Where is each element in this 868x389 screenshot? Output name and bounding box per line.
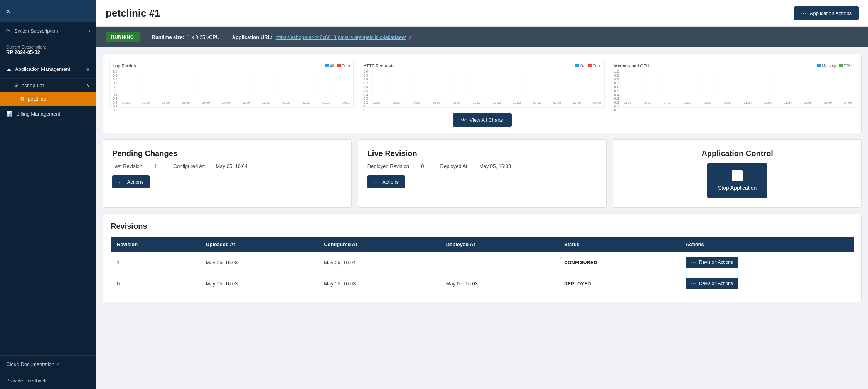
col-actions: Actions bbox=[679, 237, 854, 252]
page-title: petclinic #1 bbox=[106, 7, 160, 19]
row1-deployed-at bbox=[440, 252, 558, 273]
chart-log-entries-legend: All Error bbox=[325, 64, 350, 68]
sidebar-eshop-uat-label: eshop-uat bbox=[22, 82, 44, 88]
current-subscription-label: Current Subscription: bbox=[6, 45, 90, 49]
col-revision: Revision bbox=[111, 237, 200, 252]
sidebar-item-feedback[interactable]: Provide Feedback bbox=[0, 372, 96, 389]
chart-log-entries-title: Log Entries bbox=[113, 64, 136, 68]
pending-changes-title: Pending Changes bbox=[112, 149, 342, 158]
charts-section: Log Entries All Error 1.00.90.80.70.6 0.… bbox=[103, 54, 862, 133]
pending-changes-info: Last Revision: 1 Configured At: May 05, … bbox=[112, 163, 342, 169]
chart-http-legend: Ok Error bbox=[575, 64, 601, 68]
revision-actions-label-2: Revision Actions bbox=[699, 281, 733, 286]
svg-rect-2 bbox=[372, 70, 601, 96]
table-row: 1 May 05, 16:03 May 05, 16:04 CONFIGURED… bbox=[111, 252, 854, 273]
app-actions-button[interactable]: ··· Application Actions bbox=[794, 6, 859, 20]
status-badge: RUNNING bbox=[106, 32, 140, 42]
view-all-charts-button[interactable]: 👁 View All Charts bbox=[453, 113, 511, 127]
col-uploaded-at: Uploaded At bbox=[200, 237, 318, 252]
table-row: 0 May 05, 16:03 May 05, 16:03 May 05, 16… bbox=[111, 273, 854, 294]
pending-changes-card: Pending Changes Last Revision: 1 Configu… bbox=[103, 139, 352, 208]
live-revision-actions-button[interactable]: ··· Actions bbox=[367, 175, 405, 188]
runtime-info: Runtime size: 1 x 0.25 vCPU bbox=[152, 34, 220, 40]
col-status: Status bbox=[558, 237, 679, 252]
chart-log-entries-area: 1.00.90.80.70.6 0.50.40.30.20.10 bbox=[113, 70, 350, 104]
col-configured-at: Configured At bbox=[318, 237, 440, 252]
dots-icon-pending: ··· bbox=[118, 179, 124, 185]
status-badge-deployed: DEPLOYED bbox=[564, 281, 591, 287]
row2-configured-at: May 05, 16:03 bbox=[318, 273, 440, 294]
petclinic-icon: ⚙ bbox=[20, 96, 25, 102]
chart-memory-area: 1.00.90.80.70.6 0.50.40.30.20.10 bbox=[614, 70, 852, 104]
configured-at-label: Configured At: bbox=[174, 163, 207, 169]
chart-http-area: 1.00.90.80.70.6 0.50.40.30.20.10 bbox=[363, 70, 601, 104]
stop-icon bbox=[732, 170, 743, 181]
chart-svg-3 bbox=[624, 70, 852, 99]
runtime-value: 1 x 0.25 vCPU bbox=[187, 34, 220, 40]
chart-memory-cpu: Memory and CPU Memory CPU 1.00.90.80.70.… bbox=[611, 60, 855, 108]
chevron-down-icon-2: ∨ bbox=[86, 82, 90, 88]
cards-row: Pending Changes Last Revision: 1 Configu… bbox=[103, 139, 862, 208]
view-all-label: View All Charts bbox=[469, 117, 503, 123]
revisions-table: Revision Uploaded At Configured At Deplo… bbox=[111, 237, 854, 294]
app-url-link[interactable]: https://eshop-uat-c46c6018.payara.app/pe… bbox=[276, 34, 406, 40]
chart-y-labels: 1.00.90.80.70.6 0.50.40.30.20.10 bbox=[113, 70, 121, 99]
current-subscription: Current Subscription: RP 2024-05-02 bbox=[0, 40, 96, 60]
chart-svg-1 bbox=[122, 70, 350, 99]
charts-grid: Log Entries All Error 1.00.90.80.70.6 0.… bbox=[109, 60, 855, 108]
live-revision-info: Deployed Revision: 0 Deployed At: May 05… bbox=[367, 163, 597, 169]
sidebar-collapse-btn[interactable]: « bbox=[0, 0, 96, 22]
sidebar: « ⟳ Switch Subscription › Current Subscr… bbox=[0, 0, 96, 389]
sidebar-item-cloud-docs[interactable]: Cloud Documentation ↗ bbox=[0, 356, 96, 372]
chart-y-labels-3: 1.00.90.80.70.6 0.50.40.30.20.10 bbox=[614, 70, 623, 99]
chevron-down-icon: ∨ bbox=[86, 65, 90, 73]
chart-x-labels-1: 05:0006:0007:0008:0009:0010:00 11:0012:0… bbox=[122, 101, 350, 104]
row1-revision: 1 bbox=[111, 252, 200, 273]
sidebar-item-app-management[interactable]: ☁ Application Management ∨ bbox=[0, 60, 96, 79]
dots-icon-live: ··· bbox=[374, 179, 379, 185]
chart-http-requests: HTTP Requests Ok Error 1.00.90.80.70.6 0… bbox=[360, 60, 604, 108]
chart-body-1 bbox=[122, 70, 350, 99]
row2-uploaded-at: May 05, 16:03 bbox=[200, 273, 318, 294]
chart-body-2 bbox=[372, 70, 601, 99]
live-revision-card: Live Revision Deployed Revision: 0 Deplo… bbox=[358, 139, 607, 208]
chart-memory-legend: Memory CPU bbox=[817, 64, 852, 68]
configured-at-value: May 05, 16:04 bbox=[216, 163, 248, 169]
feedback-label: Provide Feedback bbox=[6, 378, 47, 384]
sidebar-item-petclinic[interactable]: ⚙ petclinic bbox=[0, 92, 96, 106]
deployed-revision-label: Deployed Revision: bbox=[367, 163, 412, 169]
live-actions-label: Actions bbox=[382, 179, 399, 185]
eshop-uat-icon: ⚙ bbox=[14, 82, 19, 88]
row2-deployed-at: May 05, 16:03 bbox=[440, 273, 558, 294]
sidebar-app-management-label: Application Management bbox=[15, 66, 70, 72]
deployed-at-label: Deployed At: bbox=[440, 163, 470, 169]
app-control-title: Application Control bbox=[701, 149, 773, 158]
col-deployed-at: Deployed At bbox=[440, 237, 558, 252]
dots-icon-rev2: ··· bbox=[691, 280, 697, 287]
revisions-tbody: 1 May 05, 16:03 May 05, 16:04 CONFIGURED… bbox=[111, 252, 854, 294]
row1-uploaded-at: May 05, 16:03 bbox=[200, 252, 318, 273]
sidebar-item-switch-subscription[interactable]: ⟳ Switch Subscription › bbox=[0, 22, 96, 40]
row1-status: CONFIGURED bbox=[558, 252, 679, 273]
runtime-label: Runtime size: bbox=[152, 34, 185, 40]
revisions-header-row: Revision Uploaded At Configured At Deplo… bbox=[111, 237, 854, 252]
stop-application-button[interactable]: Stop Application bbox=[707, 163, 767, 198]
sidebar-item-billing[interactable]: 📊 Billing Management bbox=[0, 106, 96, 122]
pending-changes-actions-button[interactable]: ··· Actions bbox=[112, 175, 150, 188]
sidebar-switch-subscription-label: Switch Subscription bbox=[14, 28, 58, 34]
main-header: petclinic #1 ··· Application Actions bbox=[96, 0, 868, 27]
revisions-thead: Revision Uploaded At Configured At Deplo… bbox=[111, 237, 854, 252]
sidebar-item-eshop-uat[interactable]: ⚙ eshop-uat ∨ bbox=[0, 79, 96, 92]
chart-body-3 bbox=[624, 70, 852, 99]
app-management-icon: ☁ bbox=[6, 66, 11, 72]
last-revision-label: Last Revision: bbox=[112, 163, 145, 169]
row1-actions: ··· Revision Actions bbox=[679, 252, 854, 273]
chart-y-labels-2: 1.00.90.80.70.6 0.50.40.30.20.10 bbox=[363, 70, 372, 99]
stop-label: Stop Application bbox=[718, 185, 757, 191]
revision-actions-button-1[interactable]: ··· Revision Actions bbox=[686, 257, 738, 268]
pending-actions-label: Actions bbox=[127, 179, 144, 185]
revisions-title: Revisions bbox=[111, 222, 854, 231]
svg-rect-4 bbox=[624, 70, 852, 96]
revision-actions-button-2[interactable]: ··· Revision Actions bbox=[686, 278, 738, 289]
live-revision-title: Live Revision bbox=[367, 149, 597, 158]
